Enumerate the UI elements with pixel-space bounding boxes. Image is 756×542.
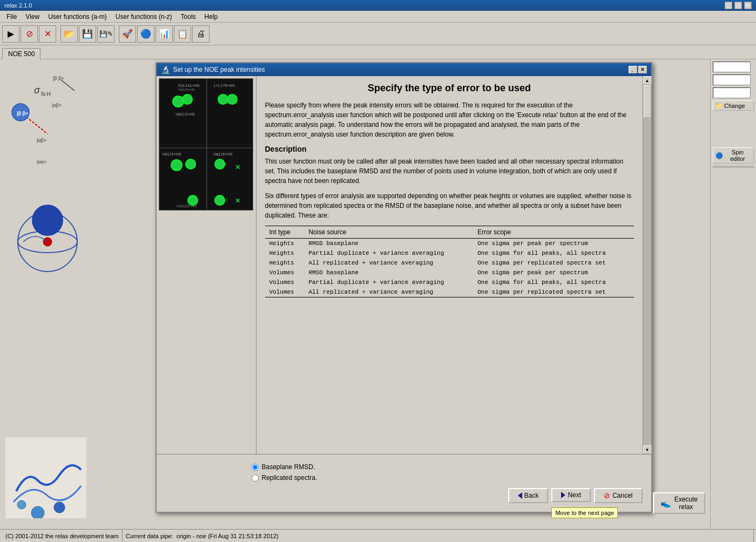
svg-point-24 [183, 94, 192, 104]
table-row: HeightsPartial duplicate + variance aver… [265, 248, 634, 258]
toolbar-btn-chart[interactable]: 📊 [156, 25, 173, 43]
dialog-spectrum-panel: 610.141+HN Val115+HN Val113+HN 1+1.175+H… [157, 76, 256, 454]
table-cell: One sigma per replicated spectra set [473, 287, 633, 297]
spin-editor-button[interactable]: 🔵 Spin editor [713, 147, 754, 164]
menu-tools[interactable]: Tools [177, 12, 200, 22]
table-row: HeightsAll replicated + variance averagi… [265, 258, 634, 268]
scrollbar-up-btn[interactable]: ▲ [643, 76, 652, 85]
svg-text:Val116+HN: Val116+HN [213, 152, 232, 156]
toolbar-btn-open[interactable]: 📂 [60, 25, 78, 43]
dialog-scrollbar: ▲ ▼ [643, 76, 651, 454]
change-button[interactable]: 📁 Change [713, 100, 754, 111]
dialog-page-title: Specify the type of error to be used [265, 83, 634, 94]
dialog-title: Set up the NOE peak intensities [173, 66, 265, 73]
table-cell: Volumes [265, 268, 305, 277]
spectrum-image: 610.141+HN Val115+HN Val113+HN 1+1.175+H… [159, 78, 253, 211]
left-sidebar: σ N-H |β β> |β β> |αβ> |αβ> |αα> [0, 59, 100, 529]
dialog-minimize-btn[interactable]: _ [629, 66, 637, 73]
scrollbar-track[interactable] [643, 85, 651, 445]
table-cell: Heights [265, 239, 305, 249]
dialog-overlay: 🔬 Set up the NOE peak intensities _ ✕ [97, 59, 710, 529]
minimize-btn[interactable]: _ [725, 2, 732, 9]
protein-graphic [5, 437, 86, 518]
toolbar-btn-save[interactable]: 💾 [79, 25, 96, 43]
sidebar-input-1[interactable] [713, 62, 751, 72]
menu-user-functions-am[interactable]: User functions (a-m) [44, 12, 111, 22]
table-header-int-type: Int type [265, 226, 305, 239]
next-btn-wrapper: Next Move to the next page [551, 488, 591, 503]
table-cell: All replicated + variance averaging [304, 287, 473, 297]
table-row: VolumesPartial duplicate + variance aver… [265, 277, 634, 287]
table-row: VolumesAll replicated + variance averagi… [265, 287, 634, 297]
svg-point-15 [31, 506, 44, 518]
status-pipe: Current data pipe: origin - noe (Fri Aug… [123, 530, 754, 542]
menu-user-functions-nz[interactable]: User functions (n-z) [111, 12, 177, 22]
svg-text:✕: ✕ [235, 197, 240, 205]
toolbar-btn-save-as[interactable]: 💾✎ [97, 25, 114, 43]
toolbar-btn-print[interactable]: 🖨 [192, 25, 210, 43]
toolbar-btn-run[interactable]: ▶ [2, 25, 19, 43]
toolbar-btn-close[interactable]: ✕ [39, 25, 56, 43]
button-row: Back Next Move to the next page ⊘ Can [165, 488, 643, 507]
svg-text:|αβ>: |αβ> [52, 103, 62, 108]
menu-view[interactable]: View [21, 12, 44, 22]
cancel-button[interactable]: ⊘ Cancel [594, 488, 642, 503]
toolbar: ▶ ⊘ ✕ 📂 💾 💾✎ 🚀 🔵 📊 📋 🖨 [0, 23, 756, 45]
dialog-section-text2: Six different types of error analysis ar… [265, 191, 634, 220]
svg-point-27 [218, 94, 228, 104]
back-button-label: Back [524, 492, 539, 499]
svg-point-38 [188, 195, 198, 205]
main-area: σ N-H |β β> |β β> |αβ> |αβ> |αα> [0, 59, 756, 529]
maximize-btn[interactable]: □ [734, 2, 742, 9]
dialog-icon: 🔬 [161, 65, 170, 74]
next-button[interactable]: Next [551, 488, 591, 502]
svg-point-12 [32, 205, 63, 235]
tab-noe500[interactable]: NOE 500 [2, 48, 40, 59]
error-type-table: Int type Noise source Error scope Height… [265, 226, 634, 297]
svg-text:|β β>: |β β> [53, 76, 64, 81]
dialog-close-btn[interactable]: ✕ [638, 66, 647, 73]
table-cell: Heights [265, 248, 305, 258]
radio-replicated-label: Replicated spectra. [262, 474, 318, 482]
folder-icon: 📁 [716, 102, 723, 109]
cancel-button-label: Cancel [612, 492, 632, 499]
toolbar-btn-pipe[interactable]: 📋 [174, 25, 191, 43]
scrollbar-thumb[interactable] [644, 85, 651, 118]
toolbar-btn-stop[interactable]: ⊘ [21, 25, 38, 43]
table-cell: All replicated + variance averaging [304, 258, 473, 268]
change-button-label: Change [724, 103, 745, 109]
dialog-title-buttons: _ ✕ [629, 66, 647, 73]
table-cell: Partial duplicate + variance averaging [304, 248, 473, 258]
svg-text:Val113+HN: Val113+HN [176, 112, 194, 116]
scrollbar-down-btn[interactable]: ▼ [643, 445, 652, 454]
execute-relax-label: Execute relax [674, 496, 698, 511]
menu-file[interactable]: File [2, 12, 21, 22]
radio-replicated[interactable]: Replicated spectra. [252, 474, 643, 482]
toolbar-btn-mol[interactable]: 🔵 [137, 25, 154, 43]
close-btn[interactable]: ✕ [744, 2, 752, 9]
svg-line-5 [61, 80, 75, 91]
next-arrow-icon [561, 492, 565, 498]
svg-text:Val119+HN: Val119+HN [162, 152, 181, 156]
svg-text:610.141+HN: 610.141+HN [178, 84, 200, 87]
radio-baseplane[interactable]: Baseplane RMSD. [252, 463, 643, 471]
svg-point-33 [186, 159, 195, 169]
menu-help[interactable]: Help [200, 12, 222, 22]
table-cell: Volumes [265, 287, 305, 297]
sidebar-input-2[interactable] [713, 74, 751, 85]
radio-baseplane-input[interactable] [252, 464, 259, 471]
svg-point-23 [173, 96, 184, 107]
svg-point-17 [17, 500, 26, 509]
toolbar-btn-analysis[interactable]: 🚀 [119, 25, 136, 43]
app-title: relax 2.1.0 [4, 2, 32, 9]
table-cell: One sigma per replicated spectra set [473, 258, 633, 268]
table-cell: One sigma for all peaks, all spectra [473, 277, 633, 287]
sidebar-input-3[interactable] [713, 87, 751, 98]
table-cell: Volumes [265, 277, 305, 287]
dialog: 🔬 Set up the NOE peak intensities _ ✕ [156, 62, 652, 513]
radio-group: Baseplane RMSD. Replicated spectra. [165, 459, 643, 488]
radio-replicated-input[interactable] [252, 475, 259, 482]
back-button[interactable]: Back [508, 488, 549, 503]
execute-relax-button[interactable]: 👟 Execute relax [653, 492, 705, 514]
spin-editor-icon: 🔵 [716, 152, 723, 159]
